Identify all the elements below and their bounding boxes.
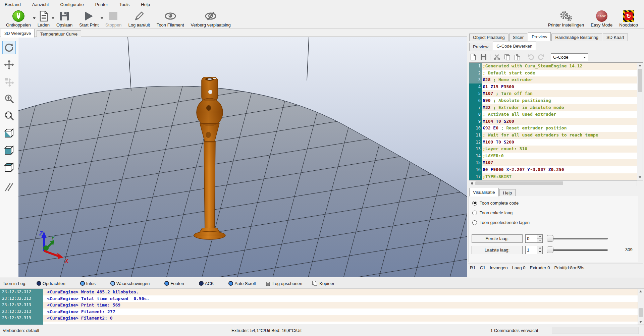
spin-up-button[interactable] bbox=[537, 246, 542, 250]
parallel-projection-button[interactable] bbox=[2, 180, 16, 194]
editor-mode-select[interactable]: G-Code bbox=[551, 53, 588, 61]
gcode-line[interactable]: ;Generated with Cura_SteamEngine 14.12 bbox=[482, 63, 637, 70]
eerste-laag-slider[interactable] bbox=[547, 235, 608, 242]
eerste-laag-button[interactable]: Eerste laag: bbox=[472, 234, 523, 243]
editor-horizontal-scrollbar[interactable] bbox=[469, 180, 637, 186]
paste-button[interactable] bbox=[513, 53, 521, 61]
gcode-line[interactable]: M109 T0 S200 bbox=[482, 139, 637, 146]
gcode-line[interactable]: G28 ; Home extruder bbox=[482, 76, 637, 83]
menu-configuratie[interactable]: Configuratie bbox=[60, 2, 84, 7]
tab-visualisatie[interactable]: Visualisatie bbox=[469, 188, 499, 197]
log-toggle-fouten[interactable]: Fouten bbox=[164, 281, 184, 286]
scroll-up-button[interactable] bbox=[637, 63, 643, 68]
radio-toon-geselecteerde-lagen[interactable]: Toon geselecteerde lagen bbox=[472, 220, 530, 225]
slider-thumb[interactable] bbox=[547, 235, 553, 242]
clear-log-button[interactable]: Log opschonen bbox=[266, 281, 302, 286]
3d-viewport[interactable]: Z Y X bbox=[0, 37, 467, 277]
easy-mode-button[interactable]: EASY Easy Mode bbox=[587, 9, 616, 28]
top-view-button[interactable] bbox=[2, 161, 16, 174]
gcode-editor[interactable]: 1234567891011121314151617 ;Generated wit… bbox=[469, 62, 643, 180]
spin-up-button[interactable] bbox=[537, 235, 542, 239]
log-list[interactable]: 23:12:32.312<CuraEngine> Wrote 485.2 kil… bbox=[0, 289, 638, 325]
load-button[interactable]: Laden bbox=[34, 9, 53, 28]
eerste-laag-spinner[interactable] bbox=[525, 234, 543, 243]
log-row[interactable]: 23:12:32.313<CuraEngine> Print time: 569 bbox=[0, 302, 638, 309]
log-row[interactable]: 23:12:32.312<CuraEngine> Wrote 485.2 kil… bbox=[0, 289, 638, 295]
scrollbar-thumb[interactable] bbox=[638, 69, 642, 92]
gcode-code-area[interactable]: ;Generated with Cura_SteamEngine 14.12; … bbox=[482, 63, 637, 180]
scrollbar-thumb[interactable] bbox=[639, 308, 643, 317]
save-gcode-button[interactable] bbox=[479, 53, 487, 61]
log-toggle-auto-scroll[interactable]: Auto Scroll bbox=[228, 281, 256, 286]
rotate-view-button[interactable] bbox=[2, 41, 16, 54]
start-print-button[interactable]: Start Print bbox=[76, 9, 102, 28]
menu-aanzicht[interactable]: Aanzicht bbox=[32, 2, 49, 7]
log-row[interactable]: 23:12:32.313<CuraEngine> Filament: 277 bbox=[0, 309, 638, 315]
gcode-line[interactable]: G0 F9000 X-2.207 Y-3.887 Z0.250 bbox=[482, 166, 637, 173]
log-toggle-infos[interactable]: Infos bbox=[80, 281, 96, 286]
gcode-line[interactable]: M104 T0 S200 bbox=[482, 118, 637, 125]
menu-printer[interactable]: Printer bbox=[95, 2, 108, 7]
hide-travel-button[interactable]: Verberg verplaatsing bbox=[187, 9, 234, 28]
gcode-line[interactable]: ;TYPE:SKIRT bbox=[482, 173, 637, 180]
log-toggle-opdrachten[interactable]: Opdrachten bbox=[37, 281, 65, 286]
laatste-laag-input[interactable] bbox=[526, 246, 536, 254]
editor-vertical-scrollbar[interactable] bbox=[637, 63, 643, 180]
gcode-line[interactable]: ; Wait for all used extruders to reach t… bbox=[482, 132, 637, 139]
isometric-view-button[interactable] bbox=[2, 126, 16, 140]
scroll-down-button[interactable] bbox=[638, 319, 643, 325]
gcode-line[interactable]: M107 bbox=[482, 159, 637, 166]
subtab-gcode-bewerken[interactable]: G-Code Bewerken bbox=[493, 42, 536, 50]
fit-view-button[interactable] bbox=[2, 109, 16, 123]
gcode-line[interactable]: ;Layer count: 310 bbox=[482, 146, 637, 153]
emergency-stop-button[interactable]: ↻ Noodstop bbox=[616, 9, 641, 28]
toggle-log-button[interactable]: Log aan/uit bbox=[125, 9, 153, 28]
tab-handmatige-besturing[interactable]: Handmatige Besturing bbox=[551, 34, 602, 41]
spin-down-button[interactable] bbox=[537, 239, 542, 242]
spin-down-button[interactable] bbox=[537, 250, 542, 254]
gcode-line[interactable]: ; Activate all used extruder bbox=[482, 111, 637, 118]
tab-object-plaatsing[interactable]: Object Plaatsing bbox=[469, 34, 508, 41]
gcode-line[interactable]: M107 ; Turn off fan bbox=[482, 90, 637, 97]
tab-preview[interactable]: Preview bbox=[528, 32, 551, 41]
log-toggle-ack[interactable]: ACK bbox=[199, 281, 214, 286]
front-view-button[interactable] bbox=[2, 144, 16, 157]
log-row[interactable]: 23:12:32.313<CuraEngine> Total time elap… bbox=[0, 295, 638, 302]
radio-toon-complete-code[interactable]: Toon complete code bbox=[472, 201, 519, 206]
zoom-button[interactable] bbox=[2, 92, 16, 106]
laatste-laag-button[interactable]: Laatste laag: bbox=[472, 246, 523, 254]
gcode-line[interactable]: G1 Z15 F3500 bbox=[482, 83, 637, 91]
tab-sd-kaart[interactable]: SD Kaart bbox=[603, 34, 628, 41]
menu-help[interactable]: Help bbox=[141, 2, 150, 7]
gcode-line[interactable]: ;LAYER:0 bbox=[482, 153, 637, 160]
menu-bestand[interactable]: Bestand bbox=[5, 2, 21, 7]
log-vertical-scrollbar[interactable] bbox=[638, 289, 644, 325]
scrollbar-thumb[interactable] bbox=[475, 181, 563, 185]
disconnect-button[interactable]: Ontkoppelen bbox=[3, 9, 34, 28]
laatste-laag-slider[interactable] bbox=[547, 246, 608, 254]
gcode-line[interactable]: G90 ; Absolute positioning bbox=[482, 97, 637, 104]
subtab-preview[interactable]: Preview bbox=[469, 43, 492, 51]
slider-thumb[interactable] bbox=[547, 246, 553, 253]
scroll-right-button[interactable] bbox=[469, 181, 475, 186]
cut-button[interactable] bbox=[493, 53, 501, 61]
show-filament-button[interactable]: Toon Filament bbox=[153, 9, 187, 28]
scroll-down-button[interactable] bbox=[637, 175, 643, 180]
log-toggle-waarschuwingen[interactable]: Waarschuwingen bbox=[110, 281, 150, 286]
save-button[interactable]: Opslaan bbox=[53, 9, 76, 28]
radio-toon-enkele-laag[interactable]: Toon enkele laag bbox=[472, 210, 513, 215]
log-row[interactable]: 23:12:32.313<CuraEngine> Filament2: 0 bbox=[0, 315, 638, 322]
gcode-line[interactable]: G92 E0 ; Reset extruder position bbox=[482, 125, 637, 132]
3d-scene[interactable]: Z Y X bbox=[18, 37, 467, 277]
move-view-button[interactable] bbox=[2, 58, 16, 71]
copy-log-button[interactable]: Kopieer bbox=[312, 281, 334, 286]
laatste-laag-spinner[interactable] bbox=[525, 246, 543, 254]
printer-settings-button[interactable]: Printer Instellingen bbox=[545, 9, 588, 28]
gcode-line[interactable]: M82 ; Extruder in absolute mode bbox=[482, 104, 637, 111]
new-file-button[interactable] bbox=[469, 53, 477, 61]
tab-3d-weergave[interactable]: 3D Weergave bbox=[1, 29, 35, 38]
menu-tools[interactable]: Tools bbox=[119, 2, 129, 7]
tab-slicer[interactable]: Slicer bbox=[509, 34, 528, 41]
copy-button[interactable] bbox=[503, 53, 511, 61]
eerste-laag-input[interactable] bbox=[526, 235, 536, 242]
